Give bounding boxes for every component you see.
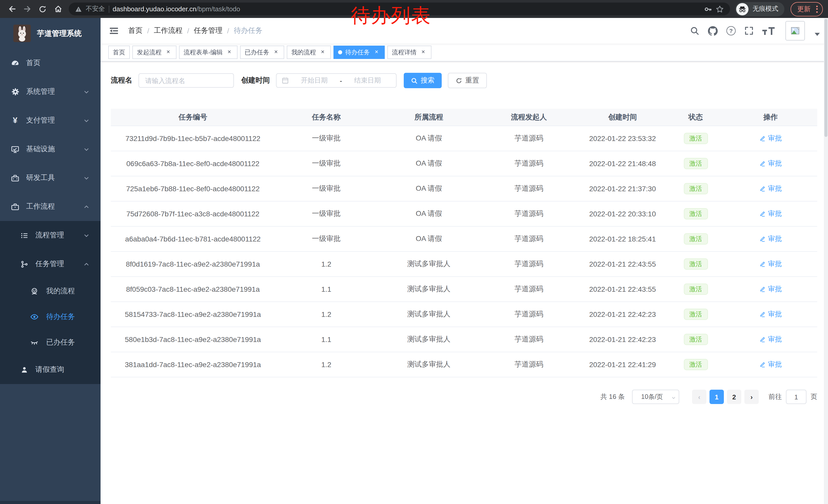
font-size-icon[interactable] (762, 27, 775, 35)
cell-process: OA 请假 (378, 234, 480, 243)
page-button-2[interactable]: 2 (727, 390, 741, 404)
chevron-up-icon (84, 261, 89, 267)
avatar-caret-icon[interactable] (815, 33, 820, 36)
sidebar-item-workflow[interactable]: 工作流程 (0, 192, 100, 221)
top-navbar: 首页 / 工作流程 / 任务管理 / 待办任务 ? (100, 18, 828, 44)
approve-link[interactable]: 审批 (759, 310, 782, 319)
browser-menu-icon[interactable] (815, 4, 819, 13)
page-button-1[interactable]: 1 (709, 390, 724, 404)
app-title: 芋道管理系统 (37, 29, 82, 38)
browser-back-button[interactable] (5, 2, 18, 16)
tab-label: 我的流程 (291, 48, 316, 57)
sidebar-item-todo-tasks[interactable]: 待办任务 (0, 304, 100, 330)
cell-starter: 芋道源码 (480, 260, 578, 269)
tab-close-icon[interactable]: × (226, 49, 233, 56)
chevron-down-icon (84, 89, 89, 95)
approve-link[interactable]: 审批 (759, 209, 782, 218)
url-path: /bpm/task/todo (197, 5, 240, 13)
logo-image (13, 25, 31, 42)
search-icon[interactable] (690, 26, 699, 35)
sidebar-item-leave-query[interactable]: 请假查询 (0, 355, 100, 384)
approve-link[interactable]: 审批 (759, 134, 782, 143)
tab-close-icon[interactable]: × (273, 49, 280, 56)
sidebar-item-done-tasks[interactable]: 已办任务 (0, 330, 100, 355)
pager: ‹ 12 › (691, 390, 760, 404)
page-content: 流程名 创建时间 开始日期 - 结束日期 搜索 (100, 61, 828, 504)
prev-page-button[interactable]: ‹ (692, 390, 706, 404)
sidebar-collapse-bar[interactable] (0, 501, 100, 504)
cell-process: OA 请假 (378, 209, 480, 218)
search-button[interactable]: 搜索 (404, 73, 442, 88)
approve-link[interactable]: 审批 (759, 360, 782, 369)
reset-button[interactable]: 重置 (448, 73, 487, 88)
breadcrumb-home[interactable]: 首页 (128, 26, 142, 35)
page-scrollbar[interactable] (824, 18, 828, 504)
workflow-submenu: 流程管理 任务管理 我的流程 (0, 221, 100, 384)
table-header: 任务编号 任务名称 所属流程 流程发起人 创建时间 状态 操作 (111, 109, 817, 126)
goto-page-input[interactable] (786, 390, 806, 404)
cell-task-name: 1.1 (275, 335, 378, 343)
calendar-icon (282, 77, 289, 84)
approve-label: 审批 (768, 159, 782, 168)
tab-close-icon[interactable]: × (319, 49, 326, 56)
bookmark-star-icon[interactable] (716, 5, 724, 13)
view-tab[interactable]: 发起流程 × (132, 46, 176, 59)
view-tab[interactable]: 流程详情 × (387, 46, 431, 59)
sidebar-item-infra[interactable]: 基础设施 (0, 135, 100, 164)
chevron-up-icon (84, 204, 89, 210)
approve-link[interactable]: 审批 (759, 284, 782, 294)
column-header: 所属流程 (378, 112, 480, 122)
approve-link[interactable]: 审批 (759, 159, 782, 168)
view-tab[interactable]: 流程表单-编辑 × (179, 46, 238, 59)
view-tab[interactable]: 首页 (108, 46, 130, 59)
sidebar-item-process-mgmt[interactable]: 流程管理 (0, 221, 100, 250)
cell-created-time: 2022-01-21 22:43:55 (578, 260, 667, 268)
sidebar-toggle-icon[interactable] (108, 25, 120, 36)
cell-task-id: 73211d9d-7b9b-11ec-b5b7-acde48001122 (111, 134, 275, 142)
breadcrumb-task-mgmt: 任务管理 (194, 26, 223, 35)
sidebar-item-payment[interactable]: ¥ 支付管理 (0, 106, 100, 135)
page-numbers: 12 (708, 390, 743, 404)
chevron-down-icon (84, 146, 89, 152)
password-key-icon[interactable] (704, 5, 712, 13)
table-row: 8f059c03-7ac8-11ec-a9e2-a2380e71991a 1.1… (111, 277, 817, 302)
date-range-input[interactable]: 开始日期 - 结束日期 (276, 73, 397, 88)
cell-task-id: 381aa1dd-7ac8-11ec-a9e2-a2380e71991a (111, 360, 275, 369)
page-size-select[interactable]: 10条/页 (632, 390, 679, 404)
approve-link[interactable]: 审批 (759, 184, 782, 193)
browser-reload-button[interactable] (36, 2, 49, 16)
view-tab[interactable]: 我的流程 × (287, 46, 331, 59)
fullscreen-icon[interactable] (744, 26, 754, 35)
toolbox-icon (11, 174, 19, 182)
sidebar-item-task-mgmt[interactable]: 任务管理 (0, 250, 100, 278)
view-tab[interactable]: 待办任务 × (333, 46, 385, 59)
sidebar-item-home[interactable]: 首页 (0, 49, 100, 78)
browser-forward-button[interactable] (20, 2, 34, 16)
tab-close-icon[interactable]: × (373, 49, 380, 56)
approve-link[interactable]: 审批 (759, 234, 782, 243)
status-badge: 激活 (684, 259, 708, 270)
approve-link[interactable]: 审批 (759, 260, 782, 269)
cell-starter: 芋道源码 (480, 284, 578, 294)
pagination: 共 16 条 10条/页 ‹ 12 › 前往 页 (111, 390, 817, 404)
screen: 不安全 dashboard.yudao.iocoder.cn/bpm/task/… (0, 0, 828, 504)
sidebar-item-system[interactable]: 系统管理 (0, 78, 100, 106)
sidebar-item-devtools[interactable]: 研发工具 (0, 164, 100, 192)
browser-update-button[interactable]: 更新 (791, 2, 823, 16)
tab-close-icon[interactable]: × (420, 49, 427, 56)
help-icon[interactable]: ? (727, 26, 736, 35)
cell-process: 测试多审批人 (378, 360, 480, 369)
process-name-input[interactable] (138, 73, 234, 88)
github-icon[interactable] (708, 26, 718, 36)
avatar[interactable] (785, 21, 805, 41)
status-badge: 激活 (684, 183, 708, 194)
update-label: 更新 (797, 4, 811, 13)
scrollbar-thumb[interactable] (824, 19, 827, 137)
approve-link[interactable]: 审批 (759, 335, 782, 344)
view-tab[interactable]: 已办任务 × (240, 46, 284, 59)
browser-home-button[interactable] (51, 2, 65, 16)
tab-close-icon[interactable]: × (165, 49, 172, 56)
create-time-label: 创建时间 (241, 76, 270, 85)
next-page-button[interactable]: › (744, 390, 759, 404)
sidebar-item-my-process[interactable]: 我的流程 (0, 278, 100, 304)
